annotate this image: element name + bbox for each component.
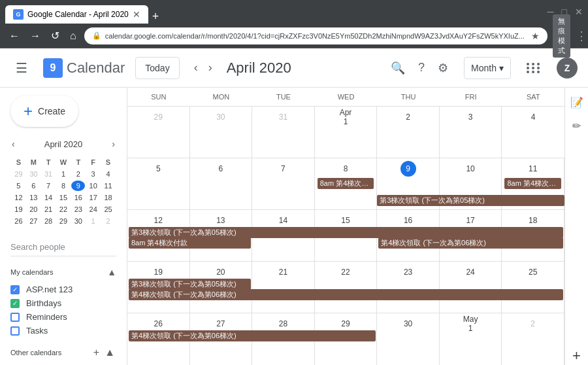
calendar-checkbox-reminders[interactable] — [10, 313, 20, 322]
reload-button[interactable]: ↺ — [48, 27, 62, 44]
cal-day-may2[interactable]: 2 — [502, 313, 564, 365]
mini-cal-date[interactable]: 5 — [12, 181, 25, 191]
mini-cal-today[interactable]: 9 — [71, 181, 85, 191]
prev-month-button[interactable]: ‹ — [190, 57, 202, 78]
mini-cal-date[interactable]: 29 — [57, 216, 71, 226]
cal-day-apr25[interactable]: 25 — [502, 262, 564, 313]
calendar-item-aspnet[interactable]: ASP.net 123 — [10, 283, 116, 296]
cal-day-apr5[interactable]: 5 — [127, 158, 190, 209]
mini-cal-date[interactable]: 19 — [12, 204, 25, 215]
event-week4-pickup4-full[interactable]: 第4梯次領取 (下一次為第06梯次) — [129, 289, 563, 300]
apps-grid-button[interactable] — [521, 58, 546, 78]
cal-day-apr24[interactable]: 24 — [440, 262, 502, 313]
event-week3-pickup2-span[interactable]: 第4梯次領取 (下一次為第06梯次) — [378, 237, 563, 249]
mini-cal-date[interactable]: 6 — [27, 181, 41, 191]
event-week3-pickup-full[interactable]: 第3梯次領取 (下一次為第05梯次) — [129, 227, 563, 238]
back-button[interactable]: ← — [7, 27, 22, 44]
calendar-checkbox-aspnet[interactable] — [10, 285, 20, 294]
cal-day-apr22[interactable]: 22 — [315, 262, 378, 313]
event-week3-payment-span[interactable]: 8am 第4梯次付款 — [129, 237, 251, 249]
mini-cal-date[interactable]: 12 — [12, 192, 25, 203]
settings-button[interactable]: ⚙ — [433, 56, 453, 80]
tab-close-button[interactable]: ✕ — [133, 9, 140, 20]
search-people-input[interactable] — [10, 238, 116, 256]
calendar-checkbox-tasks[interactable] — [10, 326, 20, 336]
mini-cal-date[interactable]: 4 — [101, 169, 115, 179]
cal-day-apr2[interactable]: 2 — [377, 107, 440, 158]
cal-day-mar30[interactable]: 30 — [190, 107, 253, 158]
view-selector-button[interactable]: Month ▾ — [464, 57, 511, 79]
event-apr8-purchase[interactable]: 8am 第4梯次預購 — [318, 178, 374, 189]
calendar-item-tasks[interactable]: Tasks — [10, 324, 116, 338]
right-icon-note[interactable]: 📝 — [568, 93, 586, 111]
mini-cal-date[interactable]: 11 — [101, 181, 115, 191]
other-add-button[interactable]: + — [92, 345, 101, 360]
cal-day-apr7[interactable]: 7 — [252, 158, 315, 209]
cal-day-apr30[interactable]: 30 — [377, 313, 440, 365]
today-button[interactable]: Today — [135, 57, 179, 79]
mini-cal-date[interactable]: 13 — [27, 192, 41, 203]
cal-day-mar31[interactable]: 31 — [252, 107, 315, 158]
cal-day-apr1[interactable]: Apr 1 — [315, 107, 378, 158]
mini-cal-date[interactable]: 16 — [71, 192, 85, 203]
cal-day-apr3[interactable]: 3 — [440, 107, 502, 158]
mini-cal-next-button[interactable]: › — [110, 137, 116, 150]
calendar-checkbox-birthdays[interactable] — [10, 299, 20, 308]
mini-cal-date[interactable]: 23 — [71, 204, 85, 215]
mini-cal-date[interactable]: 31 — [42, 169, 56, 179]
help-button[interactable]: ? — [413, 56, 430, 80]
mini-cal-date[interactable]: 18 — [101, 192, 115, 203]
mini-cal-date[interactable]: 20 — [27, 204, 41, 215]
event-week4-pickup3-span[interactable]: 第3梯次領取 (下一次為第05梯次) — [129, 279, 251, 290]
mini-cal-date[interactable]: 28 — [42, 216, 56, 226]
cal-day-apr23[interactable]: 23 — [377, 262, 440, 313]
search-button[interactable]: 🔍 — [385, 56, 410, 80]
cal-day-apr8[interactable]: 8 8am 第4梯次預購 — [315, 158, 378, 209]
active-tab[interactable]: G Google Calendar - April 2020 ✕ — [5, 5, 148, 24]
mini-cal-date[interactable]: 22 — [57, 204, 71, 215]
cal-day-apr6[interactable]: 6 — [190, 158, 253, 209]
hamburger-menu-icon[interactable]: ☰ — [10, 55, 33, 81]
home-button[interactable]: ⌂ — [67, 27, 79, 44]
cal-day-may1[interactable]: May 1 — [440, 313, 502, 365]
mini-cal-date[interactable]: 25 — [101, 204, 115, 215]
event-week5-pickup4-span[interactable]: 第4梯次領取 (下一次為第06梯次) — [129, 330, 376, 341]
mini-cal-prev-button[interactable]: ‹ — [10, 137, 16, 150]
mini-cal-date[interactable]: 10 — [86, 181, 100, 191]
mini-cal-date[interactable]: 27 — [27, 216, 41, 226]
event-apr11-payment[interactable]: 8am 第4梯次付款 — [504, 178, 561, 189]
create-button[interactable]: + Create — [10, 96, 78, 127]
forward-button[interactable]: → — [27, 27, 43, 44]
mini-cal-date[interactable]: 24 — [86, 204, 100, 215]
mini-cal-date[interactable]: 3 — [86, 169, 100, 179]
bookmark-icon[interactable]: ★ — [531, 31, 540, 41]
mini-cal-date[interactable]: 29 — [12, 169, 25, 179]
calendar-item-reminders[interactable]: Reminders — [10, 310, 116, 324]
mini-cal-date[interactable]: 8 — [57, 181, 71, 191]
address-box[interactable]: 🔒 calendar.google.com/calendar/r/month/2… — [84, 27, 547, 44]
user-avatar[interactable]: Z — [557, 58, 578, 78]
event-pickup-span[interactable]: 第3梯次領取 (下一次為第05梯次) — [377, 195, 564, 206]
new-tab-button[interactable]: + — [148, 10, 163, 24]
mini-cal-date[interactable]: 1 — [86, 216, 100, 226]
mini-cal-date[interactable]: 7 — [42, 181, 56, 191]
mini-cal-date[interactable]: 15 — [57, 192, 71, 203]
cal-day-apr21[interactable]: 21 — [252, 262, 315, 313]
mini-cal-date[interactable]: 26 — [12, 216, 25, 226]
cal-day-mar29[interactable]: 29 — [127, 107, 190, 158]
mini-cal-date[interactable]: 2 — [101, 216, 115, 226]
mini-cal-date[interactable]: 30 — [27, 169, 41, 179]
mini-cal-date[interactable]: 14 — [42, 192, 56, 203]
mini-cal-date[interactable]: 21 — [42, 204, 56, 215]
right-icon-edit[interactable]: ✏ — [568, 116, 586, 135]
mini-cal-date[interactable]: 2 — [71, 169, 85, 179]
mini-cal-date[interactable]: 1 — [57, 169, 71, 179]
add-event-float-button[interactable]: + — [568, 347, 586, 365]
browser-menu-icon[interactable]: ⋮ — [576, 29, 587, 43]
next-month-button[interactable]: › — [204, 57, 216, 78]
cal-day-apr4[interactable]: 4 — [502, 107, 564, 158]
mini-cal-date[interactable]: 17 — [86, 192, 100, 203]
other-collapse-button[interactable]: ▲ — [103, 345, 116, 360]
my-calendars-toggle[interactable]: ▲ — [107, 267, 116, 277]
mini-cal-date[interactable]: 30 — [71, 216, 85, 226]
